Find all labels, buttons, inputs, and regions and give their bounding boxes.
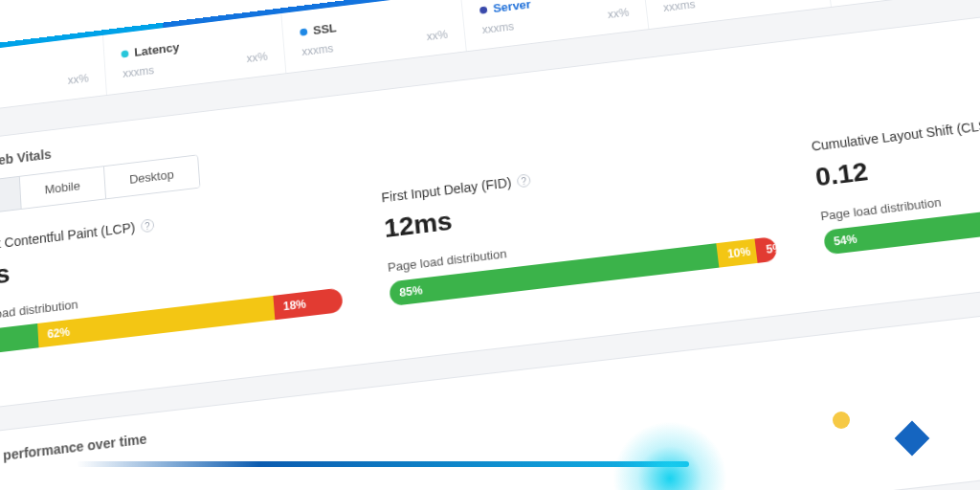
legend-item-transfer[interactable]: Transferxxxmsxx% xyxy=(642,0,832,29)
tab-all[interactable]: All xyxy=(0,177,21,216)
legend-ms: xxxms xyxy=(301,42,334,58)
dist-good: 20% xyxy=(0,323,38,357)
legend-label: Server xyxy=(493,0,532,15)
legend-pct: xx% xyxy=(426,28,448,43)
dist-needs: 10% xyxy=(716,238,758,267)
legend-pct: xx% xyxy=(607,6,630,21)
legend-dot-icon xyxy=(479,6,488,13)
legend-ms: xxxms xyxy=(122,64,155,80)
help-icon[interactable]: ? xyxy=(517,173,531,188)
legend-label: SSL xyxy=(313,21,338,37)
legend-ms: xxxms xyxy=(481,20,514,36)
legend-pct: xx% xyxy=(246,50,268,65)
legend-item-ssl[interactable]: SSLxxxmsxx% xyxy=(282,0,468,73)
legend-ms: xxxms xyxy=(662,0,696,14)
legend-item-server[interactable]: Serverxxxmsxx% xyxy=(461,0,649,51)
legend-dot-icon xyxy=(122,50,129,57)
legend-item-dns[interactable]: DNSxxxmsxx% xyxy=(0,35,107,117)
legend-pct: xx% xyxy=(67,72,89,87)
dashboard-root: DNSxxxmsxx%Latencyxxxmsxx%SSLxxxmsxx%Ser… xyxy=(0,0,980,490)
vital-lcp: Largest Contentful Paint (LCP)?2.5sPage … xyxy=(0,196,344,357)
dist-poor: 18% xyxy=(273,287,344,320)
legend-dot-icon xyxy=(300,28,307,35)
help-icon[interactable]: ? xyxy=(141,218,155,233)
legend-label: Latency xyxy=(134,40,180,59)
vital-fid: First Input Delay (FID)?12msPage load di… xyxy=(381,145,777,306)
legend-item-render[interactable]: Renderxxxmsxx% xyxy=(823,0,980,7)
dist-poor: 5% xyxy=(755,236,777,263)
vital-cls: Cumulative Layout Shift (CLS)?0.12Page l… xyxy=(811,93,980,256)
